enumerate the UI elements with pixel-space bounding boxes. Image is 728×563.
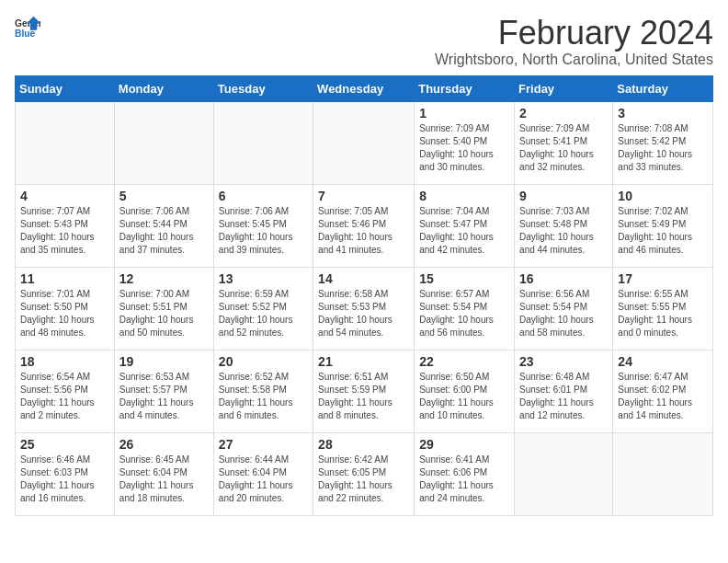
day-number: 7: [318, 189, 409, 203]
day-number: 6: [219, 189, 308, 203]
table-row: 5Sunrise: 7:06 AMSunset: 5:44 PMDaylight…: [114, 184, 213, 267]
calendar-week-row: 1Sunrise: 7:09 AMSunset: 5:40 PMDaylight…: [16, 101, 713, 184]
day-number: 8: [419, 189, 509, 203]
day-number: 25: [20, 437, 109, 452]
calendar-week-row: 11Sunrise: 7:01 AMSunset: 5:50 PMDayligh…: [16, 267, 713, 350]
day-number: 15: [419, 271, 509, 286]
day-info: Sunrise: 7:09 AMSunset: 5:41 PMDaylight:…: [519, 122, 608, 174]
day-number: 12: [119, 271, 209, 286]
table-row: 19Sunrise: 6:53 AMSunset: 5:57 PMDayligh…: [114, 350, 213, 432]
day-info: Sunrise: 7:03 AMSunset: 5:48 PMDaylight:…: [519, 205, 608, 257]
table-row: 1Sunrise: 7:09 AMSunset: 5:40 PMDaylight…: [415, 101, 515, 184]
day-number: 22: [419, 354, 509, 369]
page-header: General Blue February 2024 Wrightsboro, …: [15, 15, 713, 68]
calendar-title: February 2024: [435, 15, 713, 52]
day-number: 9: [519, 189, 608, 203]
day-info: Sunrise: 7:00 AMSunset: 5:51 PMDaylight:…: [119, 288, 209, 339]
day-number: 23: [519, 354, 608, 369]
day-number: 17: [618, 271, 708, 286]
table-row: 3Sunrise: 7:08 AMSunset: 5:42 PMDaylight…: [613, 101, 713, 184]
table-row: 6Sunrise: 7:06 AMSunset: 5:45 PMDaylight…: [213, 184, 313, 267]
calendar-week-row: 25Sunrise: 6:46 AMSunset: 6:03 PMDayligh…: [16, 432, 713, 515]
day-number: 18: [20, 354, 109, 369]
table-row: 11Sunrise: 7:01 AMSunset: 5:50 PMDayligh…: [16, 267, 115, 350]
table-row: 7Sunrise: 7:05 AMSunset: 5:46 PMDaylight…: [313, 184, 415, 267]
day-number: 5: [119, 189, 209, 203]
day-info: Sunrise: 7:01 AMSunset: 5:50 PMDaylight:…: [20, 288, 109, 339]
calendar-table: Sunday Monday Tuesday Wednesday Thursday…: [15, 75, 713, 516]
table-row: 2Sunrise: 7:09 AMSunset: 5:41 PMDaylight…: [515, 101, 613, 184]
day-info: Sunrise: 6:50 AMSunset: 6:00 PMDaylight:…: [419, 371, 509, 422]
day-info: Sunrise: 6:42 AMSunset: 6:05 PMDaylight:…: [318, 454, 409, 505]
col-monday: Monday: [114, 75, 213, 101]
day-number: 16: [519, 271, 608, 286]
day-info: Sunrise: 6:41 AMSunset: 6:06 PMDaylight:…: [419, 454, 509, 505]
day-number: 29: [419, 437, 509, 452]
table-row: [515, 432, 613, 515]
day-number: 21: [318, 354, 409, 369]
day-info: Sunrise: 7:02 AMSunset: 5:49 PMDaylight:…: [618, 205, 708, 257]
day-info: Sunrise: 6:46 AMSunset: 6:03 PMDaylight:…: [20, 454, 109, 505]
table-row: 15Sunrise: 6:57 AMSunset: 5:54 PMDayligh…: [415, 267, 515, 350]
day-info: Sunrise: 7:05 AMSunset: 5:46 PMDaylight:…: [318, 205, 409, 257]
day-number: 28: [318, 437, 409, 452]
day-info: Sunrise: 7:06 AMSunset: 5:45 PMDaylight:…: [219, 205, 308, 257]
table-row: 18Sunrise: 6:54 AMSunset: 5:56 PMDayligh…: [16, 350, 115, 432]
day-number: 11: [20, 271, 109, 286]
table-row: 10Sunrise: 7:02 AMSunset: 5:49 PMDayligh…: [613, 184, 713, 267]
calendar-header-row: Sunday Monday Tuesday Wednesday Thursday…: [16, 75, 713, 101]
day-info: Sunrise: 6:53 AMSunset: 5:57 PMDaylight:…: [119, 371, 209, 422]
day-info: Sunrise: 7:07 AMSunset: 5:43 PMDaylight:…: [20, 205, 109, 257]
svg-text:Blue: Blue: [15, 29, 36, 39]
table-row: 28Sunrise: 6:42 AMSunset: 6:05 PMDayligh…: [313, 432, 415, 515]
table-row: 21Sunrise: 6:51 AMSunset: 5:59 PMDayligh…: [313, 350, 415, 432]
day-number: 14: [318, 271, 409, 286]
col-sunday: Sunday: [16, 75, 115, 101]
title-area: February 2024 Wrightsboro, North Carolin…: [435, 15, 713, 68]
table-row: 24Sunrise: 6:47 AMSunset: 6:02 PMDayligh…: [613, 350, 713, 432]
calendar-week-row: 18Sunrise: 6:54 AMSunset: 5:56 PMDayligh…: [16, 350, 713, 432]
logo-icon: General Blue: [15, 15, 40, 40]
day-number: 2: [519, 106, 608, 121]
day-number: 26: [119, 437, 209, 452]
table-row: 8Sunrise: 7:04 AMSunset: 5:47 PMDaylight…: [415, 184, 515, 267]
day-info: Sunrise: 6:48 AMSunset: 6:01 PMDaylight:…: [519, 371, 608, 422]
table-row: [16, 101, 115, 184]
col-friday: Friday: [515, 75, 613, 101]
table-row: [114, 101, 213, 184]
table-row: 13Sunrise: 6:59 AMSunset: 5:52 PMDayligh…: [213, 267, 313, 350]
day-number: 27: [219, 437, 308, 452]
day-info: Sunrise: 6:56 AMSunset: 5:54 PMDaylight:…: [519, 288, 608, 339]
col-tuesday: Tuesday: [213, 75, 313, 101]
day-info: Sunrise: 6:55 AMSunset: 5:55 PMDaylight:…: [618, 288, 708, 339]
day-info: Sunrise: 6:57 AMSunset: 5:54 PMDaylight:…: [419, 288, 509, 339]
col-wednesday: Wednesday: [313, 75, 415, 101]
day-number: 4: [20, 189, 109, 203]
table-row: 20Sunrise: 6:52 AMSunset: 5:58 PMDayligh…: [213, 350, 313, 432]
table-row: 17Sunrise: 6:55 AMSunset: 5:55 PMDayligh…: [613, 267, 713, 350]
table-row: 29Sunrise: 6:41 AMSunset: 6:06 PMDayligh…: [415, 432, 515, 515]
day-info: Sunrise: 6:58 AMSunset: 5:53 PMDaylight:…: [318, 288, 409, 339]
day-number: 24: [618, 354, 708, 369]
day-info: Sunrise: 7:04 AMSunset: 5:47 PMDaylight:…: [419, 205, 509, 257]
day-info: Sunrise: 6:51 AMSunset: 5:59 PMDaylight:…: [318, 371, 409, 422]
col-thursday: Thursday: [415, 75, 515, 101]
day-info: Sunrise: 7:09 AMSunset: 5:40 PMDaylight:…: [419, 122, 509, 174]
calendar-subtitle: Wrightsboro, North Carolina, United Stat…: [435, 52, 713, 68]
day-info: Sunrise: 6:52 AMSunset: 5:58 PMDaylight:…: [219, 371, 308, 422]
day-number: 3: [618, 106, 708, 121]
day-number: 13: [219, 271, 308, 286]
day-info: Sunrise: 7:06 AMSunset: 5:44 PMDaylight:…: [119, 205, 209, 257]
col-saturday: Saturday: [613, 75, 713, 101]
day-info: Sunrise: 6:44 AMSunset: 6:04 PMDaylight:…: [219, 454, 308, 505]
table-row: 22Sunrise: 6:50 AMSunset: 6:00 PMDayligh…: [415, 350, 515, 432]
day-info: Sunrise: 6:54 AMSunset: 5:56 PMDaylight:…: [20, 371, 109, 422]
day-number: 1: [419, 106, 509, 121]
day-info: Sunrise: 7:08 AMSunset: 5:42 PMDaylight:…: [618, 122, 708, 174]
table-row: 12Sunrise: 7:00 AMSunset: 5:51 PMDayligh…: [114, 267, 213, 350]
day-info: Sunrise: 6:47 AMSunset: 6:02 PMDaylight:…: [618, 371, 708, 422]
table-row: 26Sunrise: 6:45 AMSunset: 6:04 PMDayligh…: [114, 432, 213, 515]
table-row: 27Sunrise: 6:44 AMSunset: 6:04 PMDayligh…: [213, 432, 313, 515]
day-info: Sunrise: 6:59 AMSunset: 5:52 PMDaylight:…: [219, 288, 308, 339]
table-row: 25Sunrise: 6:46 AMSunset: 6:03 PMDayligh…: [16, 432, 115, 515]
